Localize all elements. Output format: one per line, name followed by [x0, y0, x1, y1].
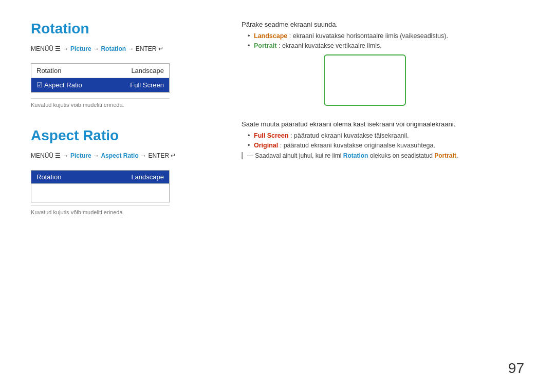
rotation-ui-panel: Rotation Landscape ☑ Aspect Ratio Full S… [31, 63, 170, 93]
page-container: Rotation MENÜÜ ☰ → Picture → Rotation → … [0, 0, 555, 392]
aspect-bullet-1: Full Screen : pääratud ekraani kuvatakse… [249, 132, 524, 139]
aspect-bullet-2: Original : pääratud ekraani kuvatakse or… [249, 142, 524, 149]
rotation-bullet-2: Portrait : ekraani kuvatakse vertikaalre… [249, 42, 524, 49]
aspect-desc-header: Saate muuta pääratud ekraani olema kast … [242, 120, 524, 128]
enter-icon: ↵ [158, 45, 163, 52]
aspect-panel-value: Landscape [131, 173, 164, 181]
bullet2-rest: : ekraani kuvatakse vertikaalre iimis. [279, 42, 382, 49]
bullet2-highlight: Portrait [254, 42, 276, 49]
rotation-caption: Kuvatud kujutis võib mudeliti erineda. [31, 98, 170, 108]
left-column: Rotation MENÜÜ ☰ → Picture → Rotation → … [31, 21, 226, 371]
right-column: Pärake seadme ekraani suunda. Landscape … [226, 21, 524, 371]
aspect-menu-path: MENÜÜ ☰ → Picture → Aspect Ratio → ENTER… [31, 151, 211, 161]
row1-label: Rotation [36, 67, 61, 74]
aspect-bullet1-rest: : pääratud ekraani kuvatakse täisekraani… [290, 132, 409, 139]
menu-arrow2-2: → [93, 152, 101, 159]
aspect-bullets: Full Screen : pääratud ekraani kuvatakse… [242, 132, 524, 149]
rotation-row1[interactable]: Rotation Landscape [31, 64, 169, 78]
aspect-ui-panel: Rotation Landscape [31, 170, 170, 202]
note-portrait: Portrait [434, 152, 456, 159]
row2-value: Full Screen [130, 81, 164, 89]
aspect-panel-header[interactable]: Rotation Landscape [31, 171, 169, 183]
row2-label: ☑ Aspect Ratio [36, 81, 82, 89]
note-middle: olekuks on seadistatud [370, 152, 433, 159]
aspect-note: ― Saadaval ainult juhul, kui re iimi Rot… [242, 152, 524, 159]
enter-icon2: ↵ [171, 152, 176, 159]
aspect-ratio-title: Aspect Ratio [31, 127, 211, 144]
aspect-caption: Kuvatud kujutis võib mudeliti erineda. [31, 206, 170, 215]
rotation-menu-path: MENÜÜ ☰ → Picture → Rotation → ENTER ↵ [31, 44, 211, 54]
page-number: 97 [508, 360, 524, 377]
aspect-panel-label: Rotation [36, 173, 61, 181]
note-rotation: Rotation [343, 152, 368, 159]
menu-prefix2: MENÜÜ [31, 152, 53, 159]
aspect-panel-body [31, 183, 169, 202]
checkbox-icon: ☑ [36, 81, 44, 89]
menu-prefix: MENÜÜ [31, 45, 53, 52]
row1-value: Landscape [131, 67, 164, 74]
menu-arrow1: → [63, 45, 70, 52]
menu-rotation: Rotation [101, 45, 126, 52]
menu-picture2: Picture [70, 152, 91, 159]
rotation-section: Rotation MENÜÜ ☰ → Picture → Rotation → … [31, 21, 211, 108]
rotation-title: Rotation [31, 21, 211, 37]
menu-enter: ENTER [136, 45, 157, 52]
menu-arrow3-2: → [140, 152, 148, 159]
tv-illustration [324, 54, 406, 106]
note-text: ― Saadaval ainult juhul, kui re iimi [247, 152, 341, 159]
rotation-right-content: Pärake seadme ekraani suunda. Landscape … [242, 21, 524, 106]
menu-arrow1-2: → [63, 152, 70, 159]
bullet1-highlight: Landscape [254, 32, 287, 40]
menu-arrow2: → [93, 45, 101, 52]
rotation-row2[interactable]: ☑ Aspect Ratio Full Screen [31, 78, 169, 92]
menu-arrow3: → [127, 45, 135, 52]
bullet1-rest: : ekraani kuvatakse horisontaalre iimis … [289, 32, 448, 40]
menu-aspect: Aspect Ratio [101, 152, 138, 159]
aspect-bullet1-highlight: Full Screen [254, 132, 288, 139]
rotation-bullets: Landscape : ekraani kuvatakse horisontaa… [242, 32, 524, 49]
menu-icon2: ☰ [55, 152, 62, 159]
menu-icon: ☰ [55, 45, 62, 52]
aspect-ratio-section: Aspect Ratio MENÜÜ ☰ → Picture → Aspect … [31, 127, 211, 215]
aspect-bullet2-highlight: Original [254, 142, 278, 149]
aspect-bullet2-rest: : pääratud ekraani kuvatakse originaalse… [280, 142, 435, 149]
aspect-right-content: Saate muuta pääratud ekraani olema kast … [242, 120, 524, 159]
menu-enter2: ENTER [148, 152, 169, 159]
rotation-desc-header: Pärake seadme ekraani suunda. [242, 21, 524, 28]
menu-picture: Picture [70, 45, 91, 52]
rotation-bullet-1: Landscape : ekraani kuvatakse horisontaa… [249, 32, 524, 40]
